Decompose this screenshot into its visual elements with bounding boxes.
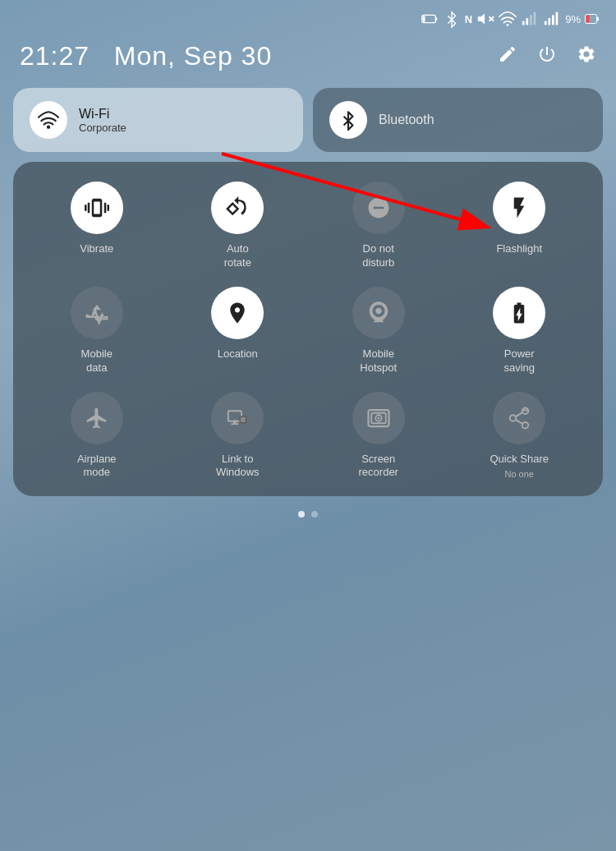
auto-rotate-tile[interactable]: Autorotate (176, 182, 300, 270)
bluetooth-tile[interactable]: Bluetooth (313, 88, 603, 152)
svg-point-33 (522, 407, 529, 414)
bluetooth-icon (338, 109, 359, 131)
svg-rect-13 (549, 18, 551, 25)
screen-recorder-tile[interactable]: Screenrecorder (316, 392, 440, 481)
wifi-icon-circle (30, 101, 67, 139)
svg-rect-2 (435, 17, 437, 21)
svg-rect-15 (556, 12, 559, 25)
hotspot-icon (366, 301, 391, 325)
wifi-tile[interactable]: Wi-Fi Corporate (13, 88, 303, 152)
airplane-icon (85, 406, 109, 430)
svg-rect-14 (552, 15, 554, 25)
svg-rect-17 (586, 16, 590, 23)
svg-rect-12 (545, 21, 547, 25)
header-controls (498, 44, 596, 69)
settings-button[interactable] (577, 44, 596, 69)
svg-rect-28 (241, 416, 246, 421)
wifi-sublabel: Corporate (79, 122, 126, 134)
grid-row-1: Vibrate Autorotate Do notdisturb (26, 182, 590, 270)
svg-rect-26 (232, 423, 239, 425)
airplane-mode-tile[interactable]: Airplanemode (34, 392, 159, 481)
svg-point-35 (522, 422, 529, 429)
link-to-windows-tile[interactable]: Link toWindows (176, 392, 300, 481)
hotspot-label: MobileHotspot (360, 347, 397, 375)
svg-point-34 (510, 415, 517, 421)
do-not-disturb-tile[interactable]: Do notdisturb (316, 182, 440, 270)
quick-share-icon (507, 406, 531, 430)
quick-share-tile[interactable]: Quick Share No one (457, 392, 582, 481)
power-button[interactable] (537, 44, 557, 69)
mute-icon (476, 10, 494, 28)
page-indicator (0, 511, 616, 518)
battery-percentage: 9% (565, 13, 581, 25)
status-wifi-icon (499, 10, 517, 28)
flashlight-label: Flashlight (496, 242, 542, 256)
quick-share-label: Quick Share (490, 453, 549, 467)
power-saving-tile[interactable]: Powersaving (457, 287, 582, 375)
svg-point-19 (47, 126, 50, 129)
nfc-icon: N (465, 13, 472, 25)
location-icon (225, 301, 250, 325)
top-tiles: Wi-Fi Corporate Bluetooth (0, 88, 616, 162)
header-row: 21:27 Mon, Sep 30 (0, 34, 616, 88)
quick-share-icon-circle (493, 392, 545, 444)
mobile-data-tile[interactable]: Mobiledata (34, 287, 159, 375)
svg-rect-25 (233, 420, 237, 423)
grid-row-3: Airplanemode Link toWindows (26, 392, 590, 481)
svg-rect-10 (530, 15, 532, 25)
power-saving-label: Powersaving (503, 347, 535, 375)
airplane-icon-circle (71, 392, 123, 444)
dnd-label: Do notdisturb (362, 242, 394, 270)
location-label: Location (218, 347, 258, 361)
power-saving-icon (507, 301, 531, 325)
location-icon-circle (211, 287, 264, 339)
page-dot-2 (311, 511, 318, 518)
link-windows-icon (225, 406, 250, 430)
svg-point-7 (507, 24, 509, 26)
main-panel: Vibrate Autorotate Do notdisturb (13, 162, 603, 496)
svg-rect-8 (522, 21, 525, 25)
bluetooth-label: Bluetooth (379, 113, 434, 127)
flashlight-tile[interactable]: Flashlight (457, 182, 582, 270)
battery-low-icon (585, 14, 600, 24)
mobile-data-label: Mobiledata (81, 347, 113, 375)
signal1-icon (521, 10, 539, 28)
hotspot-tile[interactable]: MobileHotspot (316, 287, 440, 375)
auto-rotate-icon-circle (211, 182, 264, 234)
hotspot-icon-circle (352, 287, 405, 339)
svg-line-36 (516, 419, 523, 423)
power-saving-icon-circle (493, 287, 545, 339)
dnd-icon (366, 196, 391, 220)
wifi-icon (38, 109, 59, 131)
status-bluetooth-icon (443, 10, 461, 28)
svg-rect-11 (534, 12, 536, 25)
signal2-icon (543, 10, 561, 28)
link-windows-label: Link toWindows (216, 453, 260, 481)
datetime: 21:27 Mon, Sep 30 (20, 41, 272, 71)
location-tile[interactable]: Location (176, 287, 300, 375)
svg-line-37 (516, 412, 523, 416)
mobile-data-icon (85, 301, 109, 325)
screen-recorder-label: Screenrecorder (359, 453, 398, 481)
date-display: Mon, Sep 30 (114, 41, 272, 71)
vibrate-tile[interactable]: Vibrate (34, 182, 159, 270)
wifi-label: Wi-Fi (79, 107, 126, 122)
mobile-data-icon-circle (71, 287, 123, 339)
auto-rotate-icon (225, 196, 250, 220)
quick-share-sublabel: No one (505, 469, 534, 479)
time-display: 21:27 (20, 41, 90, 71)
auto-rotate-label: Autorotate (224, 242, 251, 270)
grid-row-2: Mobiledata Location MobileHotspot (26, 287, 590, 375)
edit-button[interactable] (498, 44, 517, 69)
vibrate-icon-circle (71, 182, 123, 234)
bluetooth-icon-circle (329, 101, 367, 139)
svg-point-32 (377, 416, 379, 419)
wifi-text: Wi-Fi Corporate (79, 107, 126, 134)
status-bar: N 9% (0, 0, 616, 34)
svg-rect-9 (526, 18, 529, 25)
bluetooth-text: Bluetooth (379, 113, 434, 127)
vibrate-icon (85, 196, 109, 220)
svg-rect-1 (423, 16, 425, 21)
link-windows-icon-circle (211, 392, 264, 444)
screen-recorder-icon-circle (352, 392, 405, 444)
